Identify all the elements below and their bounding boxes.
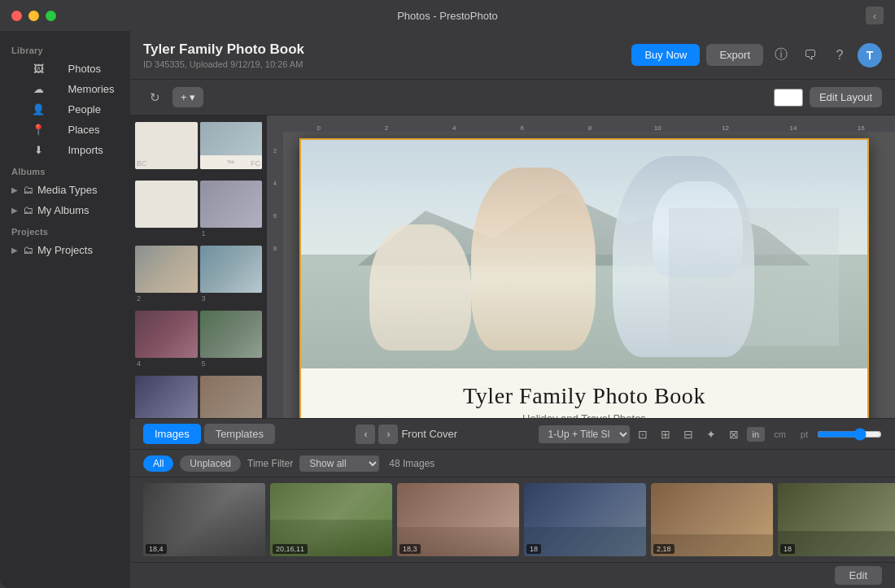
edit-button[interactable]: Edit xyxy=(835,566,882,585)
ruler-mark-12: 12 xyxy=(692,124,759,132)
sidebar-item-label-photos: Photos xyxy=(68,63,116,75)
thumb-3-badge: 18,3 xyxy=(399,544,421,554)
titlebar: Photos - PrestoPhoto ‹ xyxy=(0,0,895,31)
help-button[interactable]: ? xyxy=(828,44,851,67)
page-5-content xyxy=(200,311,263,358)
ruler-vertical: 2 4 6 8 xyxy=(267,132,283,418)
tab-templates[interactable]: Templates xyxy=(204,424,275,444)
pages-panel: BC Title FC xyxy=(130,115,267,418)
layout-icon-5[interactable]: ⊠ xyxy=(724,425,744,444)
filter-bar: All Unplaced Time Filter Show all 48 Ima… xyxy=(130,449,895,477)
toolbar-row: ↻ + ▾ Edit Layout xyxy=(130,80,895,115)
unit-pt-button[interactable]: pt xyxy=(795,427,814,442)
page-1-content xyxy=(200,181,263,228)
thumbnail-5[interactable]: 2,18 xyxy=(651,483,773,556)
ruler-corner xyxy=(267,115,283,132)
chat-button[interactable]: 🗨 xyxy=(799,44,822,67)
page-1[interactable]: 1 xyxy=(200,181,263,228)
page-3-content xyxy=(200,246,263,293)
unit-in-button[interactable]: in xyxy=(747,427,766,442)
ruler-v-mark-4: 4 xyxy=(267,168,283,200)
sidebar-item-people[interactable]: 👤 People xyxy=(3,99,127,120)
page-6[interactable]: 6 xyxy=(135,376,198,418)
ruler-v-mark-2: 2 xyxy=(267,135,283,168)
add-button[interactable]: + ▾ xyxy=(172,87,203,107)
content-area: Tyler Family Photo Book ID 345335, Uploa… xyxy=(130,31,895,588)
page-2-thumb xyxy=(135,246,198,293)
sidebar-item-places[interactable]: 📍 Places xyxy=(3,120,127,140)
photo-umbrellas xyxy=(669,208,839,346)
layout-select[interactable]: 1-Up + Title Sl xyxy=(539,425,630,443)
thumb-4-overlay xyxy=(524,527,646,556)
layout-icon-1[interactable]: ⊡ xyxy=(633,425,653,444)
info-button[interactable]: ⓘ xyxy=(770,44,792,67)
color-swatch[interactable] xyxy=(774,89,803,107)
page-5[interactable]: 5 xyxy=(200,311,263,358)
thumbnail-4[interactable]: 18 xyxy=(524,483,646,556)
chevron-right-icon: › xyxy=(386,429,390,440)
maximize-button[interactable] xyxy=(46,11,56,21)
spread-row-1: 1 xyxy=(133,181,264,228)
sidebar-item-memories[interactable]: ☁ Memories xyxy=(3,79,127,99)
thumbnail-2[interactable]: 20,16,1‌1 xyxy=(270,483,392,556)
time-filter-select[interactable]: Show all xyxy=(299,455,379,472)
layout-icon-3[interactable]: ⊟ xyxy=(679,425,698,444)
front-cover-item[interactable]: Title FC xyxy=(200,122,263,169)
filter-unplaced-button[interactable]: Unplaced xyxy=(180,455,241,472)
next-page-button[interactable]: › xyxy=(378,425,398,444)
page-7-thumb xyxy=(200,376,263,418)
page-3[interactable]: 3 xyxy=(200,246,263,293)
tab-images[interactable]: Images xyxy=(143,424,201,444)
user-avatar-button[interactable]: T xyxy=(858,43,882,68)
buy-now-button[interactable]: Buy Now xyxy=(631,44,700,66)
photo-person-woman xyxy=(471,168,596,351)
page-4[interactable]: 4 xyxy=(135,311,198,358)
sidebar-item-photos[interactable]: 🖼 Photos xyxy=(3,59,127,79)
zoom-slider[interactable] xyxy=(817,428,882,441)
page-1-number: 1 xyxy=(202,229,206,237)
image-count: 48 Images xyxy=(389,458,434,469)
export-button[interactable]: Export xyxy=(706,44,763,66)
chevron-right-icon-3: ▶ xyxy=(11,246,18,255)
chevron-right-icon: ▶ xyxy=(11,185,18,194)
canvas-area[interactable]: 0 2 4 6 8 10 12 14 16 2 4 6 xyxy=(267,115,895,418)
page-7[interactable]: 7 xyxy=(200,376,263,418)
sidebar-item-my-projects[interactable]: ▶ 🗂 My Projects xyxy=(3,240,127,260)
refresh-button[interactable]: ↻ xyxy=(143,86,166,109)
layout-icon-4[interactable]: ✦ xyxy=(701,425,721,444)
page-7-content xyxy=(200,376,263,418)
close-button[interactable] xyxy=(11,11,22,21)
page-4-number: 4 xyxy=(137,359,141,368)
page-spread-6-7: 6 7 xyxy=(133,376,264,418)
thumb-1-badge: 18,4 xyxy=(146,544,167,554)
sidebar-item-label-my-projects: My Projects xyxy=(37,244,93,256)
my-albums-icon: 🗂 xyxy=(21,204,34,216)
page-blank[interactable] xyxy=(135,181,198,228)
sidebar-item-media-types[interactable]: ▶ 🗂 Media Types xyxy=(3,180,127,200)
filter-all-button[interactable]: All xyxy=(143,455,173,472)
prev-page-button[interactable]: ‹ xyxy=(356,425,375,444)
thumbnail-strip: 18,4 20,16,1‌1 18,3 18 xyxy=(130,477,895,562)
chevron-left-icon: ‹ xyxy=(364,429,367,440)
thumbnail-6[interactable]: 18 xyxy=(778,483,895,556)
sidebar-item-imports[interactable]: ⬇ Imports xyxy=(3,140,127,160)
thumbnail-1[interactable]: 18,4 xyxy=(143,483,265,556)
unit-cm-button[interactable]: cm xyxy=(768,427,792,442)
ruler-v-mark-6: 6 xyxy=(267,200,283,233)
current-page-name: Front Cover xyxy=(401,428,457,440)
sidebar-item-my-albums[interactable]: ▶ 🗂 My Albums xyxy=(3,200,127,220)
back-button[interactable]: ‹ xyxy=(866,7,884,24)
thumbnail-3[interactable]: 18,3 xyxy=(397,483,519,556)
library-section-label: Library xyxy=(0,39,130,59)
header-title-block: Tyler Family Photo Book ID 345335, Uploa… xyxy=(143,41,622,69)
thumb-2-badge: 20,16,1‌1 xyxy=(273,544,308,554)
minimize-button[interactable] xyxy=(28,11,39,21)
front-cover-label: FC xyxy=(251,159,260,168)
layout-icon-2[interactable]: ⊞ xyxy=(656,425,675,444)
page-2[interactable]: 2 xyxy=(135,246,198,293)
book-subtitle: ID 345335, Uploaded 9/12/19, 10:26 AM xyxy=(143,59,622,69)
edit-layout-button[interactable]: Edit Layout xyxy=(810,87,882,107)
middle-section: BC Title FC xyxy=(130,115,895,418)
page-book-subtitle: Holiday and Travel Photos xyxy=(321,412,848,418)
back-cover-item[interactable]: BC xyxy=(135,122,198,169)
